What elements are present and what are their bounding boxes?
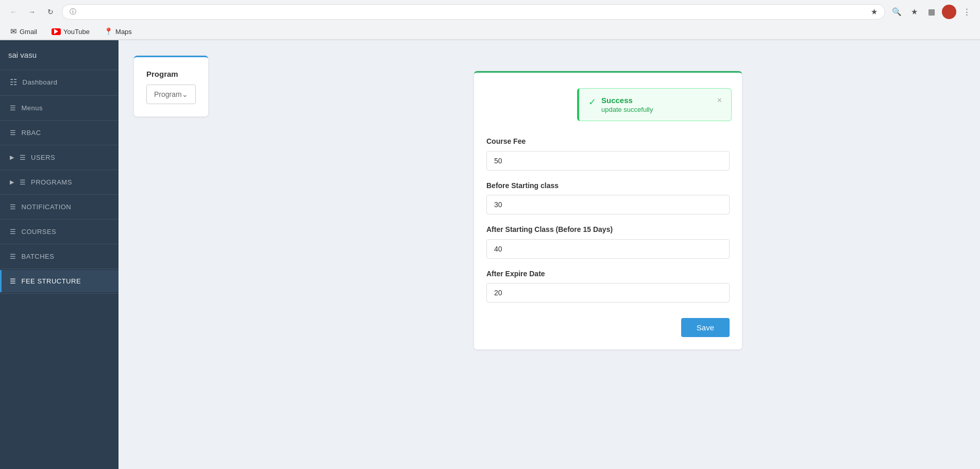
check-icon: ✓ [588,96,596,108]
youtube-label: YouTube [63,28,90,36]
dashboard-icon: ☷ [10,77,18,87]
sidebar-label-rbac: RBAC [22,129,41,137]
extension-icon[interactable]: ▦ [924,5,939,19]
programs-icon: ☰ [20,178,26,186]
sidebar-item-courses[interactable]: ☰ COURSES [0,221,119,243]
divider-7 [0,244,119,244]
search-icon[interactable]: 🔍 [889,5,904,19]
address-bar[interactable]: ⓘ devang.dinkhoo.com/ecollege/member/#/s… [62,4,885,20]
sidebar-label-dashboard: Dashboard [23,78,58,86]
course-fee-label: Course Fee [486,137,730,147]
bookmark-gmail[interactable]: ✉ Gmail [7,26,40,37]
browser-actions: 🔍 ★ ▦ ⋮ [889,5,974,19]
divider-1 [0,95,119,96]
sidebar-item-dashboard[interactable]: ☷ Dashboard [0,70,119,94]
sidebar-item-users[interactable]: ▶ ☰ USERS [0,146,119,169]
toast-message: update succefully [601,106,653,113]
after-expire-input[interactable] [486,283,730,303]
bookmark-youtube[interactable]: YouTube [48,27,93,37]
sidebar-item-programs[interactable]: ▶ ☰ PROGRAMS [0,171,119,193]
divider-2 [0,120,119,121]
after-starting-label: After Starting Class (Before 15 Days) [486,225,730,235]
course-fee-group: Course Fee [486,137,730,171]
sidebar-user: sai vasu [0,40,119,70]
toast-close-button[interactable]: × [717,96,722,105]
back-button[interactable]: ← [6,5,21,19]
youtube-icon [52,28,61,35]
expand-programs-icon: ▶ [10,179,14,186]
after-expire-label: After Expire Date [486,269,730,279]
address-icon: ⓘ [70,7,76,16]
divider-4 [0,170,119,170]
forward-button[interactable]: → [25,5,39,19]
after-expire-group: After Expire Date [486,269,730,303]
notification-icon: ☰ [10,203,16,211]
sidebar-label-users: USERS [31,154,55,161]
program-select-value: Program [154,90,182,98]
sidebar-label-menus: Menus [22,104,43,112]
course-fee-input[interactable] [486,151,730,171]
sidebar-item-rbac[interactable]: ☰ RBAC [0,122,119,144]
menus-icon: ☰ [10,104,16,112]
bookmark-maps[interactable]: 📍 Maps [101,26,135,37]
batches-icon: ☰ [10,253,16,260]
sidebar-label-batches: BATCHES [22,253,55,260]
expand-users-icon: ▶ [10,154,14,161]
save-row: Save [486,313,730,337]
chevron-down-icon: ⌄ [182,90,188,98]
sidebar-label-courses: COURSES [22,228,57,236]
save-button[interactable]: Save [681,318,730,337]
fee-card: ✓ Success update succefully × Course Fee… [474,71,742,349]
sidebar-item-fee-structure[interactable]: ☰ FEE STRUCTURE [0,270,119,292]
app-layout: sai vasu ☷ Dashboard ☰ Menus ☰ RBAC ▶ ☰ … [0,40,980,469]
before-starting-label: Before Starting class [486,181,730,191]
url-input[interactable]: devang.dinkhoo.com/ecollege/member/#/sup… [80,8,867,16]
user-avatar[interactable] [942,5,956,19]
bookmarks-bar: ✉ Gmail YouTube 📍 Maps [0,24,980,40]
program-label: Program [146,70,196,78]
rbac-icon: ☰ [10,129,16,137]
browser-chrome: ← → ↻ ⓘ devang.dinkhoo.com/ecollege/memb… [0,0,980,40]
divider-6 [0,219,119,220]
toast-title: Success [601,96,653,105]
toast-content: Success update succefully [601,96,653,113]
courses-icon: ☰ [10,228,16,236]
bookmark-icon[interactable]: ★ [907,5,921,19]
divider-9 [0,293,119,294]
program-card: Program Program ⌄ [134,56,208,116]
sidebar-item-notification[interactable]: ☰ NOTIFICATION [0,196,119,218]
after-starting-input[interactable] [486,239,730,259]
divider-3 [0,145,119,145]
browser-toolbar: ← → ↻ ⓘ devang.dinkhoo.com/ecollege/memb… [0,0,980,24]
sidebar-label-fee-structure: FEE STRUCTURE [22,277,81,285]
sidebar-label-notification: NOTIFICATION [22,203,72,211]
program-select[interactable]: Program ⌄ [146,85,196,104]
maps-label: Maps [115,28,132,36]
fee-structure-icon: ☰ [10,277,16,285]
divider-5 [0,194,119,195]
before-starting-group: Before Starting class [486,181,730,215]
reload-button[interactable]: ↻ [43,5,58,19]
maps-icon: 📍 [104,27,113,36]
before-starting-input[interactable] [486,195,730,214]
after-starting-group: After Starting Class (Before 15 Days) [486,225,730,259]
star-icon[interactable]: ★ [871,7,877,16]
users-icon: ☰ [20,154,26,161]
success-toast: ✓ Success update succefully × [577,88,732,121]
gmail-label: Gmail [20,28,37,36]
divider-8 [0,269,119,269]
youtube-play-icon [54,29,58,34]
menu-icon[interactable]: ⋮ [959,5,974,19]
gmail-icon: ✉ [10,27,17,36]
sidebar-item-batches[interactable]: ☰ BATCHES [0,245,119,267]
main-content: Program Program ⌄ ✓ Success update succe… [119,40,980,469]
sidebar-item-menus[interactable]: ☰ Menus [0,97,119,119]
sidebar-label-programs: PROGRAMS [31,178,72,186]
sidebar: sai vasu ☷ Dashboard ☰ Menus ☰ RBAC ▶ ☰ … [0,40,119,469]
